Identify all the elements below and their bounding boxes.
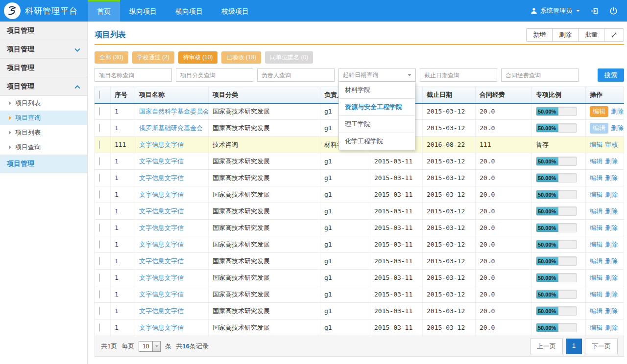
delete-action[interactable]: 删除 [605, 257, 618, 266]
edit-action[interactable]: 编辑 [590, 140, 603, 149]
edit-action[interactable]: 编辑 [590, 323, 603, 332]
row-checkbox[interactable] [99, 207, 100, 215]
dropdown-item[interactable]: 理工学院 [339, 116, 415, 133]
sidebar-item[interactable]: 项目查询 [0, 111, 87, 125]
search-field[interactable] [176, 68, 253, 82]
delete-action[interactable]: 删除 [611, 124, 624, 133]
delete-action[interactable]: 删除 [605, 273, 618, 282]
project-name-link[interactable]: 文字信息文字信 [139, 307, 184, 315]
cell-name: 文字信息文字信 [135, 286, 209, 303]
project-name-link[interactable]: 文字信息文字信 [139, 207, 184, 215]
nav-tab[interactable]: 纵向项目 [120, 0, 166, 22]
nav-tab[interactable]: 校级项目 [212, 0, 258, 22]
prev-page-button[interactable]: 上一页 [530, 339, 563, 354]
edit-action[interactable]: 编辑 [590, 190, 603, 199]
row-checkbox[interactable] [99, 140, 100, 149]
search-field[interactable] [501, 68, 579, 82]
project-name-link[interactable]: 俄罗斯基础研究基金会 [139, 124, 203, 132]
filter-tab[interactable]: 已验收 (18) [221, 51, 261, 64]
page-size-caret-icon[interactable] [152, 341, 160, 351]
project-name-link[interactable]: 文字信息文字信 [139, 174, 184, 182]
row-checkbox[interactable] [99, 290, 100, 298]
delete-action[interactable]: 删除 [605, 323, 618, 332]
user-menu[interactable]: 系统管理员 [531, 6, 580, 15]
edit-action[interactable]: 编辑 [590, 123, 608, 134]
sidebar-group[interactable]: 项目管理 [0, 155, 87, 173]
current-page-button[interactable]: 1 [566, 339, 582, 354]
row-checkbox[interactable] [99, 323, 100, 332]
sidebar-group[interactable]: 项目管理 [0, 59, 87, 77]
project-name-link[interactable]: 文字信息文字信 [139, 191, 184, 198]
row-checkbox[interactable] [99, 257, 100, 265]
search-button[interactable]: 搜索 [598, 68, 624, 82]
row-checkbox[interactable] [99, 190, 100, 199]
expand-button[interactable] [604, 28, 624, 42]
select-all-checkbox[interactable] [99, 91, 100, 99]
row-checkbox[interactable] [99, 124, 100, 132]
project-name-link[interactable]: 文字信息文字信 [139, 291, 184, 298]
switch-account-icon[interactable] [590, 6, 599, 16]
sidebar-item[interactable]: 项目列表 [0, 125, 87, 140]
review-action[interactable]: 审核 [605, 140, 618, 149]
row-checkbox[interactable] [99, 224, 100, 232]
edit-action[interactable]: 编辑 [590, 307, 603, 316]
project-name-link[interactable]: 文字信息文字信 [139, 324, 184, 331]
project-name-link[interactable]: 文字信息文字信 [139, 141, 184, 148]
search-field[interactable] [257, 68, 335, 82]
edit-action[interactable]: 编辑 [590, 174, 603, 182]
row-checkbox[interactable] [99, 240, 100, 249]
delete-action[interactable]: 删除 [605, 307, 618, 316]
sidebar-group[interactable]: 项目管理 [0, 77, 87, 96]
delete-action[interactable]: 删除 [605, 240, 618, 249]
start-date-select[interactable]: 起始日期查询 [338, 68, 416, 82]
table-row: 1文字信息文字信国家高技术研究发展g12015-03-112015-03-122… [95, 186, 624, 203]
edit-action[interactable]: 编辑 [590, 207, 603, 216]
edit-action[interactable]: 编辑 [590, 257, 603, 266]
delete-action[interactable]: 删除 [605, 290, 618, 299]
row-checkbox[interactable] [99, 107, 100, 115]
toolbar-button[interactable]: 新增 [526, 28, 553, 42]
edit-action[interactable]: 编辑 [590, 106, 608, 117]
delete-action[interactable]: 删除 [605, 207, 618, 216]
project-name-link[interactable]: 国家自然科学基金委员会 [139, 108, 209, 115]
edit-action[interactable]: 编辑 [590, 290, 603, 299]
sidebar-item[interactable]: 项目查询 [0, 140, 87, 155]
project-name-link[interactable]: 文字信息文字信 [139, 241, 184, 248]
row-checkbox[interactable] [99, 273, 100, 282]
sidebar-group[interactable]: 项目管理 [0, 40, 87, 59]
delete-action[interactable]: 删除 [605, 174, 618, 182]
toolbar-button[interactable]: 删除 [552, 28, 579, 42]
sidebar-group[interactable]: 项目管理 [0, 22, 87, 40]
project-name-link[interactable]: 文字信息文字信 [139, 158, 184, 165]
power-icon[interactable] [609, 6, 618, 16]
dropdown-item[interactable]: 资源与安全工程学院 [339, 99, 415, 116]
project-name-link[interactable]: 文字信息文字信 [139, 257, 184, 265]
edit-action[interactable]: 编辑 [590, 157, 603, 166]
row-checkbox[interactable] [99, 157, 100, 165]
page-size-select[interactable]: 10 [139, 341, 161, 352]
row-checkbox[interactable] [99, 174, 100, 182]
delete-action[interactable]: 删除 [605, 157, 618, 166]
nav-tab[interactable]: 首页 [88, 0, 120, 22]
project-name-link[interactable]: 文字信息文字信 [139, 224, 184, 231]
edit-action[interactable]: 编辑 [590, 224, 603, 232]
search-field[interactable] [95, 68, 172, 82]
edit-action[interactable]: 编辑 [590, 240, 603, 249]
sidebar-item[interactable]: 项目列表 [0, 96, 87, 111]
search-field[interactable] [420, 68, 497, 82]
filter-tab[interactable]: 全部 (30) [95, 51, 128, 64]
delete-action[interactable]: 删除 [605, 224, 618, 232]
next-page-button[interactable]: 下一页 [585, 339, 618, 354]
filter-tab[interactable]: 学校通过 (2) [132, 51, 174, 64]
delete-action[interactable]: 删除 [605, 190, 618, 199]
edit-action[interactable]: 编辑 [590, 273, 603, 282]
dropdown-item[interactable]: 材料学院 [339, 82, 415, 99]
row-checkbox[interactable] [99, 307, 100, 315]
project-name-link[interactable]: 文字信息文字信 [139, 274, 184, 281]
dropdown-item[interactable]: 化学工程学院 [339, 133, 415, 150]
nav-tab[interactable]: 横向项目 [166, 0, 212, 22]
delete-action[interactable]: 删除 [611, 107, 624, 116]
cell-end-date: 2015-03-12 [423, 253, 476, 270]
toolbar-button[interactable]: 批量 [578, 28, 604, 42]
filter-tab[interactable]: 待审核 (10) [178, 51, 218, 64]
